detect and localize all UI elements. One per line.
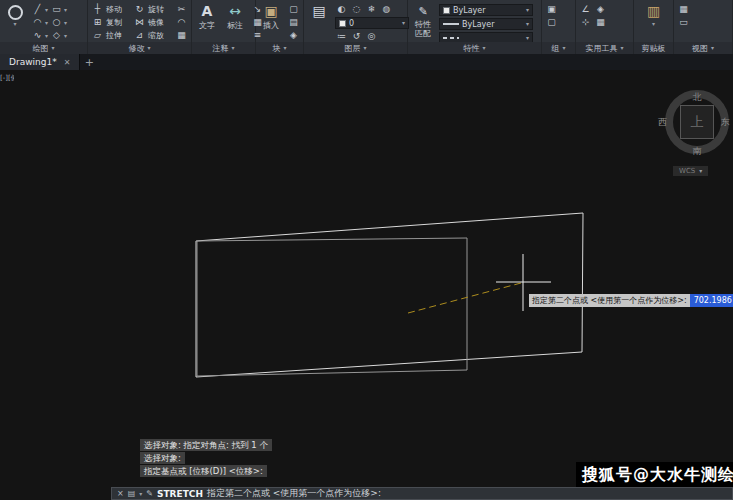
command-history-line: 指定基点或 [位移(D)] <位移>: (140, 465, 267, 477)
compass-north-label[interactable]: 北 (655, 91, 733, 104)
scale-icon: ⊿ (133, 30, 146, 41)
original-rectangle-entity[interactable] (197, 238, 467, 376)
insert-block-button[interactable]: ▣ 插入 (259, 2, 283, 30)
circle-icon (8, 5, 23, 20)
chevron-down-icon: ▾ (64, 20, 67, 26)
copy-tool-button[interactable]: ⊞复制 (91, 17, 131, 28)
new-drawing-tab-button[interactable]: + (80, 54, 98, 70)
compass-west-label[interactable]: 西 (658, 116, 667, 129)
panel-label-text: 修改 (128, 43, 144, 54)
panel-label-text: 块 (272, 43, 280, 54)
command-prompt-text[interactable]: 指定第二个点或 <使用第一个点作为位移>: (207, 487, 381, 500)
layer-state-icon[interactable]: ◐ (335, 4, 348, 15)
array-tool-button[interactable]: ▦ (175, 30, 189, 41)
layer-lock-icon[interactable]: ◍ (380, 4, 393, 15)
compass-south-label[interactable]: 南 (655, 145, 733, 158)
rotate-tool-button[interactable]: ↻旋转 (133, 4, 173, 15)
drawing-canvas[interactable]: [-][俯视][二维线框] 北 南 西 东 上 WCS ▾ 指定第二个点或 <使… (0, 70, 733, 500)
tool-label: 镜像 (148, 18, 164, 27)
quick-select-icon[interactable]: ◈ (594, 4, 607, 15)
match-properties-button[interactable]: ✎ 特性 匹配 (411, 2, 435, 38)
stretch-tool-button[interactable]: ▱拉伸 (91, 30, 131, 41)
text-tool-button[interactable]: A 文字 (195, 2, 219, 30)
layer-match-icon[interactable]: ≔ (335, 31, 348, 42)
ribbon-panel-block: ▣ 插入 ▢ ▤ ◈ 块 ▾ (256, 0, 304, 54)
paste-button[interactable]: ▥ ▾ (642, 2, 666, 27)
properties-panel-content: ✎ 特性 匹配 ByLayer ▾ ByLayer ▾ (408, 0, 541, 42)
panel-label-text: 剪贴板 (642, 43, 666, 54)
clipboard-panel-content: ▥ ▾ (634, 0, 673, 42)
file-tab-bar: Drawing1* ✕ + (0, 54, 733, 70)
layer-isolate-icon[interactable]: ◌ (350, 4, 363, 15)
ribbon-panel-group: ▣ ▢ 组 ▾ (542, 0, 576, 54)
move-tool-button[interactable]: ┼移动 (91, 4, 131, 15)
circle-tool-button[interactable]: ▾ (3, 2, 27, 27)
lineweight-dropdown[interactable]: ByLayer ▾ (439, 18, 533, 30)
viewcube[interactable]: 北 南 西 东 上 WCS ▾ (655, 82, 733, 182)
chevron-down-icon: ▾ (51, 45, 54, 51)
layer-off-icon[interactable]: ◎ (365, 31, 378, 42)
polygon-tool-button[interactable]: ◇▾ (50, 30, 67, 41)
block-editor-icon[interactable]: ◈ (287, 30, 300, 41)
dynamic-input-value-field[interactable]: 702.1986 (690, 294, 733, 307)
customize-icon[interactable]: ▤ (128, 489, 136, 498)
panel-label-properties[interactable]: 特性 ▾ (408, 42, 541, 54)
wcs-dropdown[interactable]: WCS ▾ (673, 166, 708, 176)
command-line[interactable]: × ▤ ▾ ✎ STRETCH 指定第二个点或 <使用第一个点作为位移>: (111, 487, 733, 500)
mirror-tool-button[interactable]: ⋈镜像 (133, 17, 173, 28)
close-icon[interactable]: ✕ (64, 58, 71, 67)
tool-label: 旋转 (148, 5, 164, 14)
chevron-down-icon: ▾ (526, 35, 529, 41)
close-icon[interactable]: × (117, 489, 124, 498)
trim-tool-button[interactable]: ✂ (175, 4, 189, 15)
panel-label-view[interactable]: 视图 ▾ (674, 42, 732, 54)
named-views-icon[interactable]: ▭ (677, 17, 690, 28)
text-icon: A (202, 3, 213, 20)
line-icon: ╱ (31, 4, 44, 15)
chevron-down-icon: ▾ (620, 45, 623, 51)
panel-label-layers[interactable]: 图层 ▾ (304, 42, 407, 54)
stretched-parallelogram-entity[interactable] (196, 213, 583, 377)
viewport-config-icon[interactable]: ▦ (677, 4, 690, 15)
object-color-dropdown[interactable]: ByLayer ▾ (439, 4, 533, 16)
circle-small-tool-button[interactable]: ○▾ (50, 17, 67, 28)
fillet-tool-button[interactable]: ◠ (175, 17, 189, 28)
tool-label: 拉伸 (106, 31, 122, 40)
edit-attribute-icon[interactable]: ▤ (287, 17, 300, 28)
rectangle-tool-button[interactable]: ▭▾ (50, 4, 67, 15)
create-block-icon[interactable]: ▢ (287, 4, 300, 15)
chevron-down-icon: ▾ (283, 45, 286, 51)
chevron-down-icon: ▾ (526, 7, 529, 13)
layer-properties-button[interactable]: ▤ (307, 2, 331, 20)
spline-tool-button[interactable]: ∿▾ (31, 30, 48, 41)
lineweight-icon (443, 23, 459, 25)
panel-label-utilities[interactable]: 实用工具 ▾ (576, 42, 633, 54)
scale-tool-button[interactable]: ⊿缩放 (133, 30, 173, 41)
chevron-down-icon: ▾ (526, 21, 529, 27)
panel-label-block[interactable]: 块 ▾ (256, 42, 303, 54)
panel-label-draw[interactable]: 绘图 ▾ (0, 42, 87, 54)
id-point-icon[interactable]: ⊹ (579, 17, 592, 28)
chevron-down-icon[interactable]: ▾ (139, 491, 142, 497)
measure-icon[interactable]: ∠ (579, 4, 592, 15)
layer-prev-icon[interactable]: ↺ (350, 31, 363, 42)
layer-freeze-icon[interactable]: ❄ (365, 4, 378, 15)
group-icon[interactable]: ▣ (545, 4, 558, 15)
linetype-icon (443, 37, 459, 39)
panel-label-group[interactable]: 组 ▾ (542, 42, 575, 54)
tool-label: 移动 (106, 5, 122, 14)
line-tool-button[interactable]: ╱▾ (31, 4, 48, 15)
viewcube-top-face[interactable]: 上 (680, 105, 714, 139)
ungroup-icon[interactable]: ▢ (545, 17, 558, 28)
compass-east-label[interactable]: 东 (721, 116, 730, 129)
panel-label-text: 组 (551, 43, 559, 54)
panel-label-annotate[interactable]: 注释 ▾ (192, 42, 255, 54)
tab-drawing1[interactable]: Drawing1* ✕ (0, 54, 80, 70)
panel-label-clipboard[interactable]: 剪贴板 (634, 42, 673, 54)
dimension-tool-button[interactable]: ↔ 标注 (223, 2, 247, 30)
calculator-icon[interactable]: ▦ (594, 17, 607, 28)
panel-label-modify[interactable]: 修改 ▾ (88, 42, 191, 54)
arc-tool-button[interactable]: ◠▾ (31, 17, 48, 28)
layer-dropdown[interactable]: 0 ▾ (335, 17, 409, 29)
move-icon: ┼ (91, 4, 104, 15)
